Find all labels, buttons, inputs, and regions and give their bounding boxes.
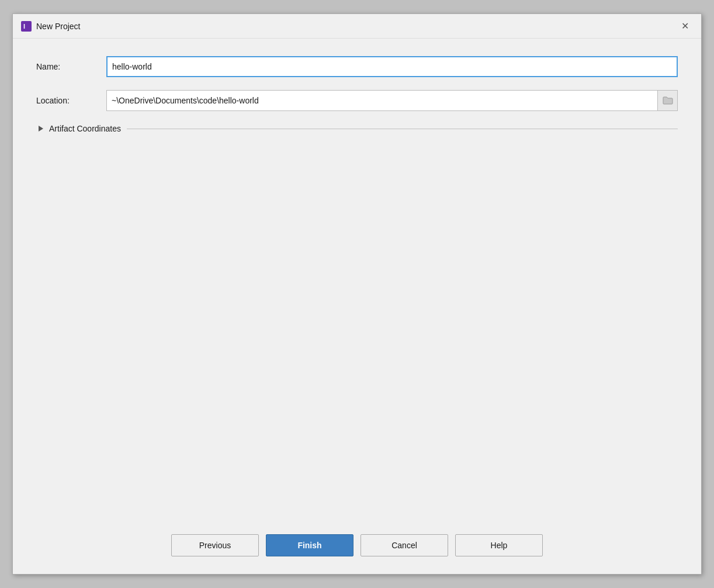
browse-button[interactable] (657, 91, 677, 110)
content-spacer (36, 143, 678, 511)
dialog-title: New Project (36, 22, 677, 31)
name-input[interactable] (106, 56, 678, 77)
name-label: Name: (36, 62, 106, 71)
artifact-toggle-button[interactable] (36, 124, 46, 133)
dialog-content: Name: Location: Artifact Coordinates (13, 39, 701, 523)
artifact-coordinates-section: Artifact Coordinates (36, 124, 678, 133)
button-row: Previous Finish Cancel Help (13, 523, 701, 574)
expand-icon (39, 126, 43, 132)
location-input[interactable] (107, 91, 657, 110)
name-row: Name: (36, 56, 678, 77)
help-button[interactable]: Help (455, 534, 543, 556)
app-icon: I (21, 21, 32, 32)
svg-text:I: I (23, 23, 25, 30)
svg-rect-0 (21, 21, 32, 32)
close-button[interactable]: ✕ (677, 18, 693, 34)
artifact-coordinates-title: Artifact Coordinates (49, 124, 121, 133)
location-input-wrapper (106, 90, 678, 111)
cancel-button[interactable]: Cancel (361, 534, 448, 556)
new-project-dialog: I New Project ✕ Name: Location: (12, 13, 702, 575)
folder-icon (663, 96, 673, 105)
location-row: Location: (36, 90, 678, 111)
title-bar: I New Project ✕ (13, 14, 701, 39)
artifact-divider (127, 129, 678, 129)
finish-button[interactable]: Finish (266, 534, 353, 556)
location-label: Location: (36, 96, 106, 105)
previous-button[interactable]: Previous (171, 534, 259, 556)
